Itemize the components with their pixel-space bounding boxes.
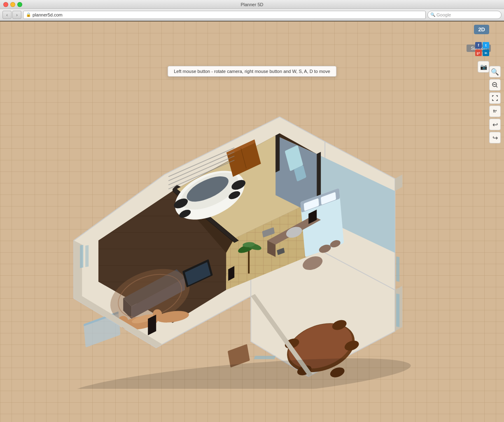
main-canvas[interactable]: Left mouse button - rotate camera, right… [0, 21, 504, 422]
nav-arrows[interactable]: ‹ › [2, 11, 21, 19]
zoom-in-button[interactable]: 🔍 [489, 66, 501, 77]
camera-section: 📷 [478, 61, 489, 73]
camera-tooltip: Left mouse button - rotate camera, right… [168, 66, 336, 77]
svg-rect-87 [254, 356, 276, 359]
svg-marker-22 [275, 134, 280, 173]
googleplus-button[interactable]: g+ [475, 49, 482, 56]
view-mode-2d-button[interactable]: 2D [474, 25, 489, 34]
svg-rect-85 [396, 256, 399, 281]
lock-icon: 🔒 [26, 12, 31, 17]
forward-button[interactable]: › [12, 11, 21, 19]
undo-button[interactable]: ↩ [489, 119, 501, 130]
maximize-button[interactable] [17, 2, 22, 7]
close-button[interactable] [3, 2, 8, 7]
redo-button[interactable]: ↪ [489, 132, 501, 143]
house-svg [49, 68, 411, 389]
address-bar[interactable]: 🔒 planner5d.com [23, 11, 426, 19]
window-controls[interactable] [3, 2, 22, 7]
fit-view-button[interactable] [489, 92, 501, 104]
search-icon: 🔍 [430, 12, 435, 17]
house-3d-view[interactable] [49, 68, 411, 389]
title-bar: Planner 5D [0, 0, 504, 9]
svg-rect-84 [85, 245, 89, 267]
screenshot-button[interactable]: 📷 [478, 61, 489, 73]
svg-rect-86 [396, 293, 399, 327]
minimize-button[interactable] [10, 2, 15, 7]
search-bar[interactable]: 🔍 Google [427, 11, 502, 19]
browser-nav-bar: ‹ › 🔒 planner5d.com 🔍 Google [0, 9, 504, 21]
facebook-button[interactable]: f [475, 42, 482, 49]
svg-marker-78 [395, 175, 402, 191]
social-icons: f t g+ in [475, 42, 489, 56]
window-title: Planner 5D [240, 2, 263, 7]
back-button[interactable]: ‹ [2, 11, 12, 19]
right-toolbar: 🔍 ft² ↩ ↪ [489, 66, 501, 143]
units-button[interactable]: ft² [489, 106, 501, 117]
zoom-out-button[interactable] [489, 79, 501, 91]
browser-chrome: Planner 5D ‹ › 🔒 planner5d.com 🔍 Google [0, 0, 504, 21]
svg-line-94 [496, 86, 497, 87]
linkedin-button[interactable]: in [483, 49, 489, 56]
twitter-button[interactable]: t [483, 42, 489, 49]
svg-rect-83 [80, 245, 83, 268]
